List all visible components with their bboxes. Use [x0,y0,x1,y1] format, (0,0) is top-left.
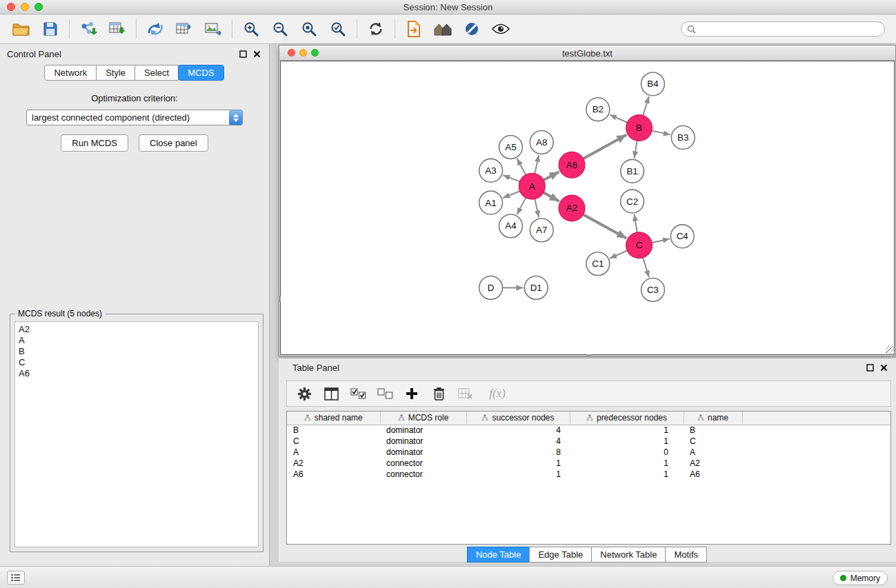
node-C2[interactable]: C2 [621,190,644,213]
float-panel-button[interactable] [237,48,248,59]
node-A3[interactable]: A3 [479,159,503,182]
export-image-button[interactable] [199,17,228,41]
node-B4[interactable]: B4 [641,72,665,96]
close-panel-button-bottom[interactable]: Close panel [139,134,208,152]
node-D1[interactable]: D1 [524,276,548,300]
search-input[interactable] [699,24,879,34]
edge-A-A1[interactable] [503,191,520,198]
node-B1[interactable]: B1 [621,159,644,183]
frame-resize-handle-bottom[interactable] [586,354,592,356]
tab-node-table[interactable]: Node Table [467,547,530,562]
column-header-shared-name[interactable]: shared name [287,412,380,425]
node-D[interactable]: D [479,276,503,300]
table-row[interactable]: A2connector11A2 [287,458,890,469]
close-panel-button[interactable] [251,48,262,59]
edge-A-A6[interactable] [544,172,559,180]
tab-network-table[interactable]: Network Table [591,547,666,562]
mcds-result-item[interactable]: A6 [19,368,255,379]
show-all-button[interactable] [486,17,515,41]
optimization-criterion-dropdown[interactable]: largest connected component (directed) [26,110,243,125]
mcds-result-item[interactable]: B [19,346,255,357]
tab-style[interactable]: Style [96,65,135,81]
column-header-predecessor-nodes[interactable]: predecessor nodes [570,412,684,425]
node-A5[interactable]: A5 [499,135,523,159]
delete-button[interactable] [428,383,449,404]
edge-C-C1[interactable] [610,251,627,258]
node-A2[interactable]: A2 [559,195,585,221]
tab-select[interactable]: Select [135,65,179,81]
node-A4[interactable]: A4 [499,214,523,238]
task-history-button[interactable] [7,571,25,585]
node-B2[interactable]: B2 [586,98,610,121]
show-columns-button[interactable] [321,383,341,404]
column-header-MCDS-role[interactable]: MCDS role [380,412,466,425]
edge-C-C3[interactable] [643,258,649,277]
zoom-selected-button[interactable] [323,17,352,41]
node-A8[interactable]: A8 [530,131,553,154]
add-button[interactable] [401,383,422,404]
edge-A-A8[interactable] [535,155,539,174]
tab-network[interactable]: Network [44,65,97,81]
delete-columns-button[interactable] [455,383,476,404]
edge-A2-C[interactable] [584,214,627,239]
edge-B-B2[interactable] [610,114,627,122]
node-B[interactable]: B [626,115,653,141]
edge-A-A2[interactable] [544,192,559,201]
table-row[interactable]: A6connector11A6 [287,469,890,480]
network-canvas[interactable]: AA1A2A3A4A5A6A7A8BB1B2B3B4CC1C2C3C4DD1 [280,61,895,355]
tab-motifs[interactable]: Motifs [665,547,707,562]
edge-C-C4[interactable] [652,239,670,243]
table-row[interactable]: Cdominator41C [287,436,890,447]
network-view-titlebar[interactable]: testGlobe.txt [279,45,895,61]
export-table-button[interactable] [170,17,199,41]
edge-B-B3[interactable] [652,131,670,135]
edge-A-A7[interactable] [535,199,539,218]
mcds-result-list[interactable]: A2ABCA6 [14,321,259,547]
network-from-selection-button[interactable] [399,17,428,41]
node-A1[interactable]: A1 [479,191,503,214]
tab-edge-table[interactable]: Edge Table [529,547,592,562]
column-header-name[interactable]: name [684,412,742,425]
edge-C-C2[interactable] [634,214,637,232]
node-C3[interactable]: C3 [641,278,665,302]
edge-A6-B[interactable] [584,135,627,159]
table-settings-button[interactable] [294,383,315,404]
mcds-result-item[interactable]: C [19,357,255,368]
frame-resize-grip[interactable] [886,346,895,355]
import-table-button[interactable] [103,17,132,41]
zoom-out-button[interactable] [266,17,295,41]
network-graph[interactable]: AA1A2A3A4A5A6A7A8BB1B2B3B4CC1C2C3C4DD1 [281,61,894,354]
node-C[interactable]: C [626,232,653,258]
save-session-button[interactable] [36,17,65,41]
edge-A-A3[interactable] [503,175,519,181]
import-network-button[interactable] [74,17,103,41]
node-B3[interactable]: B3 [671,126,695,150]
deselect-all-button[interactable] [375,383,395,404]
node-A[interactable]: A [519,173,545,199]
function-builder-button[interactable]: f(x) [482,383,512,404]
search-box[interactable] [681,21,885,37]
node-A7[interactable]: A7 [530,219,553,242]
column-header-successor-nodes[interactable]: successor nodes [466,412,570,425]
frame-resize-handle-left[interactable] [279,296,281,302]
edge-A-A4[interactable] [517,198,526,214]
table-row[interactable]: Bdominator41B [287,425,890,436]
edge-B-B1[interactable] [635,141,637,158]
zoom-fit-button[interactable] [295,17,323,41]
mcds-result-item[interactable]: A2 [19,324,255,335]
hide-selected-button[interactable] [457,17,486,41]
node-C4[interactable]: C4 [670,225,694,248]
float-table-panel-button[interactable] [864,362,875,373]
table-row[interactable]: Adominator80A [287,447,890,458]
overview-button[interactable] [428,17,457,41]
node-A6[interactable]: A6 [559,152,585,178]
mcds-result-item[interactable]: A [19,335,255,346]
zoom-in-button[interactable] [237,17,266,41]
node-C1[interactable]: C1 [586,252,610,276]
export-network-button[interactable] [141,17,170,41]
edge-A-A5[interactable] [517,159,526,174]
edge-B-B4[interactable] [643,97,649,116]
open-session-button[interactable] [7,17,36,41]
refresh-button[interactable] [361,17,390,41]
run-mcds-button[interactable]: Run MCDS [61,134,128,152]
